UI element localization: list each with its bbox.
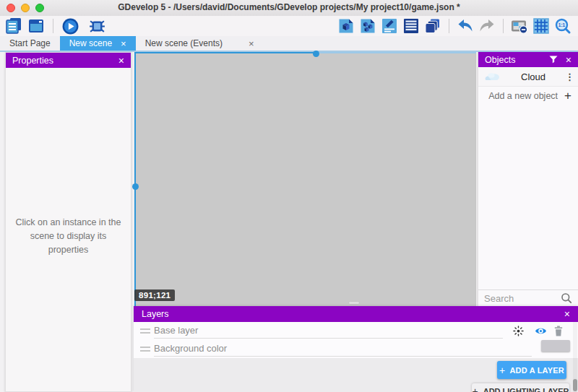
- tab-label: New scene: [69, 38, 112, 48]
- svg-text:1:1: 1:1: [558, 22, 566, 27]
- properties-panel-title: Properties: [12, 56, 118, 66]
- tab-close-icon[interactable]: ×: [249, 39, 254, 48]
- drag-handle-icon[interactable]: [140, 328, 150, 334]
- close-icon[interactable]: ×: [564, 309, 570, 319]
- cursor-coordinates-badge: 891;121: [134, 289, 175, 301]
- object-groups-button[interactable]: [358, 17, 377, 35]
- tab-close-icon[interactable]: ×: [121, 39, 126, 48]
- objects-panel-header: Objects ×: [478, 52, 578, 67]
- instances-list-button[interactable]: [402, 17, 420, 35]
- objects-editor-icon: [337, 17, 355, 35]
- object-menu-icon[interactable]: ⋮: [565, 71, 572, 82]
- layer-delete-button[interactable]: [552, 325, 564, 337]
- object-name: Cloud: [501, 71, 565, 82]
- toolbar-left-group: [4, 17, 106, 35]
- gdevelop-window: GDevelop 5 - /Users/david/Documents/GDev…: [0, 0, 578, 392]
- layers-panel: Layers × Base layer: [134, 306, 578, 392]
- project-manager-icon: [5, 17, 22, 35]
- close-icon[interactable]: ×: [566, 55, 571, 65]
- tab-label: Start Page: [9, 38, 51, 48]
- grid-icon: [532, 17, 550, 35]
- tab-new-scene[interactable]: New scene ×: [60, 36, 136, 51]
- undo-arrow-icon: [457, 17, 474, 35]
- objects-editor-button[interactable]: [337, 17, 355, 35]
- resize-handle-top[interactable]: [313, 51, 319, 57]
- minimize-window-button[interactable]: [21, 4, 30, 12]
- redo-button[interactable]: [478, 17, 496, 35]
- debug-button[interactable]: [87, 17, 106, 35]
- redo-arrow-icon: [478, 17, 496, 35]
- selection-border-top: [134, 52, 316, 53]
- trash-icon: [553, 326, 564, 336]
- layers-panel-header: Layers ×: [134, 306, 578, 322]
- properties-editor-button[interactable]: [380, 17, 399, 35]
- layers-scrollbar[interactable]: [573, 379, 577, 391]
- close-icon[interactable]: ×: [118, 56, 124, 66]
- layer-visibility-button[interactable]: [535, 325, 547, 337]
- plus-icon: +: [564, 90, 571, 102]
- plus-icon: +: [499, 365, 505, 375]
- start-page-button[interactable]: [27, 17, 46, 35]
- add-lighting-layer-button[interactable]: + ADD LIGHTING LAYER: [472, 383, 569, 392]
- filter-icon[interactable]: [549, 56, 558, 64]
- grid-button[interactable]: [532, 17, 551, 35]
- layers-stack-icon: [424, 17, 441, 35]
- eye-icon: [535, 326, 547, 336]
- toolbar: 1:1: [0, 16, 578, 36]
- layers-panel-title: Layers: [142, 309, 564, 319]
- objects-panel-title: Objects: [485, 55, 549, 65]
- horizontal-scrollbar[interactable]: [348, 301, 360, 305]
- maximize-window-button[interactable]: [35, 4, 44, 12]
- search-icon[interactable]: [561, 292, 572, 304]
- resize-handle-left[interactable]: [132, 183, 139, 190]
- add-object-button[interactable]: Add a new object +: [478, 87, 578, 105]
- tabbar: Start Page New scene × New scene (Events…: [0, 36, 578, 52]
- effects-icon: [513, 326, 524, 336]
- toolbar-right-group: 1:1: [337, 16, 572, 36]
- properties-panel: Properties × Click on an instance in the…: [5, 52, 131, 392]
- undo-button[interactable]: [456, 17, 475, 35]
- layers-editor-button[interactable]: [423, 17, 442, 35]
- add-lighting-layer-label: ADD LIGHTING LAYER: [483, 387, 569, 392]
- cloud-icon: [484, 72, 501, 82]
- objects-search-input[interactable]: [484, 293, 561, 304]
- add-layer-button[interactable]: + ADD A LAYER: [497, 361, 566, 379]
- project-manager-button[interactable]: [4, 17, 23, 35]
- properties-panel-header: Properties ×: [6, 53, 131, 68]
- drag-handle-icon[interactable]: [140, 347, 150, 352]
- instances-list-icon: [402, 17, 420, 35]
- window-mask-button[interactable]: [510, 17, 529, 35]
- toolbar-separator: [449, 19, 449, 33]
- properties-pencil-icon: [381, 17, 398, 35]
- window-mask-icon: [510, 17, 529, 35]
- window-title: GDevelop 5 - /Users/david/Documents/GDev…: [0, 0, 578, 15]
- debug-bug-icon: [88, 17, 106, 35]
- close-window-button[interactable]: [7, 4, 15, 12]
- zoom-1-1-icon: 1:1: [554, 17, 571, 35]
- object-list-item-cloud[interactable]: Cloud ⋮: [478, 67, 578, 87]
- traffic-lights: [7, 4, 44, 12]
- toolbar-separator: [53, 19, 53, 33]
- add-object-label: Add a new object: [488, 91, 558, 101]
- layer-row-base: Base layer: [134, 322, 578, 340]
- layer-name-field[interactable]: Base layer: [154, 325, 503, 339]
- layer-row-background: Background color: [134, 340, 578, 358]
- plus-icon: +: [473, 386, 478, 392]
- layer-name-field[interactable]: Background color: [154, 343, 532, 357]
- selection-border-left: [134, 52, 136, 306]
- add-layer-label: ADD A LAYER: [509, 366, 564, 375]
- layer-effects-button[interactable]: [512, 325, 525, 337]
- tab-label: New scene (Events): [145, 38, 223, 48]
- background-color-swatch[interactable]: [541, 340, 570, 352]
- properties-empty-message: Click on an instance in the scene to dis…: [12, 216, 125, 256]
- titlebar: GDevelop 5 - /Users/david/Documents/GDev…: [0, 0, 578, 17]
- zoom-100-button[interactable]: 1:1: [553, 17, 572, 35]
- start-page-window-icon: [27, 17, 45, 35]
- scene-canvas[interactable]: 891;121: [134, 52, 476, 306]
- objects-search-row: [478, 289, 578, 306]
- toolbar-separator: [503, 19, 504, 33]
- preview-button[interactable]: [61, 17, 79, 35]
- tab-start-page[interactable]: Start Page: [0, 36, 60, 51]
- tab-new-scene-events[interactable]: New scene (Events) ×: [136, 36, 264, 51]
- objects-panel: Objects × Cloud ⋮ Add a new object +: [478, 52, 578, 306]
